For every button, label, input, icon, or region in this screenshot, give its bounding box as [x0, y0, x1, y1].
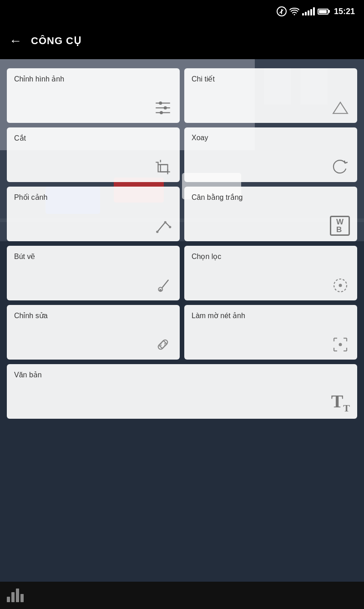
- brush-icon: [153, 276, 172, 295]
- tool-cat-icon-row: [14, 153, 172, 177]
- bottom-bar: [0, 582, 364, 609]
- tool-xoay-label: Xoay: [192, 134, 350, 142]
- svg-point-15: [164, 107, 167, 110]
- sliders-icon: [153, 98, 172, 117]
- status-icons: 15:21: [277, 6, 355, 16]
- status-bar: 15:21: [0, 0, 364, 23]
- tool-xoay[interactable]: Xoay: [184, 127, 357, 182]
- tool-chinh-hinh-anh[interactable]: Chỉnh hình ảnh: [7, 68, 180, 123]
- crop-icon: [153, 157, 172, 177]
- svg-marker-17: [333, 102, 348, 114]
- tool-chon-loc-label: Chọn lọc: [192, 252, 350, 261]
- tool-chinh-sua-label: Chỉnh sửa: [14, 311, 172, 320]
- tool-chinh-hinh-anh-label: Chỉnh hình ảnh: [14, 75, 172, 83]
- histogram-bar-4: [20, 594, 24, 602]
- signal-bar-1: [302, 13, 304, 15]
- triangle-icon: [331, 98, 350, 117]
- rotate-icon: [331, 157, 350, 177]
- svg-point-0: [294, 14, 295, 15]
- tool-chi-tiet-icon-row: [192, 94, 350, 117]
- tool-chi-tiet[interactable]: Chi tiết: [184, 68, 357, 123]
- signal-icon: [302, 7, 315, 15]
- svg-rect-33: [159, 340, 167, 348]
- svg-point-36: [160, 345, 162, 346]
- tool-chi-tiet-label: Chi tiết: [192, 75, 350, 83]
- nav-bar: ← CÔNG CỤ: [0, 23, 364, 59]
- svg-point-14: [159, 102, 162, 105]
- svg-point-29: [159, 289, 162, 291]
- tool-but-ve[interactable]: Bút vẽ: [7, 246, 180, 300]
- histogram-icon: [7, 589, 24, 602]
- signal-bar-3: [308, 10, 309, 15]
- svg-rect-19: [161, 165, 168, 172]
- page-title: CÔNG CỤ: [31, 35, 81, 47]
- svg-point-46: [339, 343, 342, 346]
- tool-can-bang-trang[interactable]: Cân bằng trắng WB: [184, 187, 357, 241]
- svg-point-31: [339, 284, 342, 287]
- tool-xoay-icon-row: [192, 153, 350, 177]
- signal-bar-2: [305, 12, 307, 15]
- tool-can-bang-trang-label: Cân bằng trắng: [192, 193, 350, 202]
- wb-icon: WB: [330, 216, 350, 236]
- tool-lam-mo-net-anh-icon-row: [192, 330, 350, 354]
- back-button[interactable]: ←: [9, 34, 22, 48]
- tool-phoi-canh-icon-row: [14, 212, 172, 236]
- svg-point-37: [164, 343, 166, 345]
- tool-chinh-sua-icon-row: [14, 330, 172, 354]
- svg-point-24: [156, 231, 158, 233]
- svg-point-34: [160, 343, 162, 345]
- focus-icon: [331, 335, 350, 354]
- tool-cat-label: Cắt: [14, 134, 172, 142]
- tool-cat[interactable]: Cắt: [7, 127, 180, 182]
- histogram-bar-3: [16, 589, 19, 602]
- wifi-icon: [289, 7, 299, 15]
- svg-point-26: [169, 226, 171, 228]
- bandaid-icon: [153, 335, 172, 354]
- tools-grid: Chỉnh hình ảnh Chi tiết: [7, 68, 357, 419]
- tool-phoi-canh-label: Phối cảnh: [14, 193, 172, 202]
- tool-but-ve-icon-row: [14, 271, 172, 295]
- svg-point-25: [164, 221, 167, 223]
- tool-lam-mo-net-anh-label: Làm mờ nét ảnh: [192, 311, 350, 320]
- main-content: Chỉnh hình ảnh Chi tiết: [0, 59, 364, 428]
- tool-chon-loc[interactable]: Chọn lọc: [184, 246, 357, 300]
- tool-chon-loc-icon-row: [192, 271, 350, 295]
- wb-text: WB: [336, 218, 344, 233]
- battery-icon: [318, 9, 329, 15]
- svg-point-35: [164, 345, 166, 346]
- tool-but-ve-label: Bút vẽ: [14, 252, 172, 261]
- battery-fill: [319, 10, 327, 13]
- do-not-disturb-icon: [277, 6, 287, 16]
- histogram-bar-1: [7, 597, 10, 602]
- tool-van-ban-label: Văn bản: [14, 370, 350, 379]
- signal-bar-4: [310, 9, 312, 15]
- tool-van-ban[interactable]: Văn bản TT: [7, 364, 357, 419]
- tool-van-ban-icon-row: TT: [14, 388, 350, 413]
- signal-bar-5: [313, 7, 315, 15]
- tool-can-bang-trang-icon-row: WB: [192, 211, 350, 236]
- tool-chinh-hinh-anh-icon-row: [14, 94, 172, 117]
- select-circle-icon: [331, 276, 350, 295]
- dnd-slash-2: [281, 9, 282, 14]
- svg-point-16: [160, 111, 163, 114]
- histogram-bar-2: [11, 592, 15, 602]
- tool-lam-mo-net-anh[interactable]: Làm mờ nét ảnh: [184, 305, 357, 360]
- tool-chinh-sua[interactable]: Chỉnh sửa: [7, 305, 180, 360]
- perspective-icon: [153, 217, 172, 236]
- svg-line-27: [162, 280, 168, 288]
- svg-line-22: [157, 222, 166, 232]
- status-time: 15:21: [334, 7, 355, 16]
- text-icon: TT: [331, 392, 350, 413]
- tool-phoi-canh[interactable]: Phối cảnh: [7, 187, 180, 241]
